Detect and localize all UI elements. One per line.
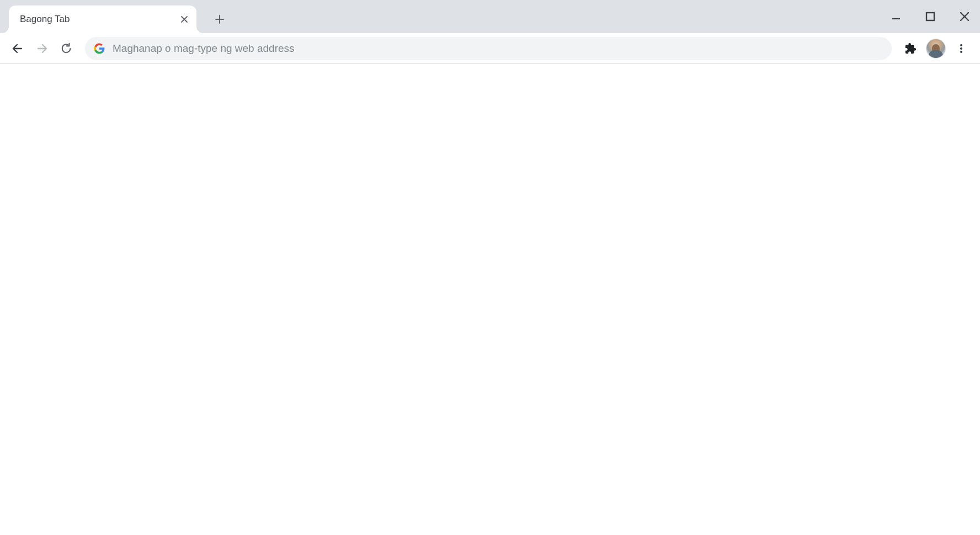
close-window-button[interactable] — [955, 7, 974, 26]
close-icon — [180, 15, 189, 24]
svg-rect-0 — [926, 13, 934, 20]
omnibox[interactable] — [85, 37, 892, 60]
forward-button[interactable] — [31, 38, 53, 60]
maximize-window-button[interactable] — [920, 7, 940, 26]
minimize-window-button[interactable] — [886, 7, 906, 26]
profile-avatar[interactable] — [926, 39, 946, 58]
arrow-left-icon — [11, 42, 24, 55]
plus-icon — [214, 14, 225, 25]
extensions-button[interactable] — [899, 38, 922, 60]
reload-icon — [60, 42, 72, 55]
window-controls — [886, 0, 974, 33]
maximize-icon — [925, 11, 936, 22]
reload-button[interactable] — [55, 38, 77, 60]
page-content — [0, 64, 980, 535]
svg-point-3 — [960, 51, 962, 53]
tab-title: Bagong Tab — [20, 14, 70, 25]
close-icon — [958, 10, 971, 23]
svg-point-2 — [960, 47, 962, 50]
address-input[interactable] — [113, 42, 883, 55]
new-tab-button[interactable] — [210, 9, 230, 29]
close-tab-button[interactable] — [178, 13, 191, 26]
extensions-icon — [904, 42, 917, 55]
google-icon — [94, 43, 105, 54]
active-tab[interactable]: Bagong Tab — [9, 6, 196, 33]
back-button[interactable] — [7, 38, 29, 60]
tab-strip: Bagong Tab — [0, 0, 980, 33]
svg-point-1 — [960, 44, 962, 46]
toolbar-right — [899, 38, 973, 60]
arrow-right-icon — [35, 42, 49, 55]
minimize-icon — [891, 11, 902, 22]
toolbar — [0, 33, 980, 64]
chrome-menu-button[interactable] — [950, 38, 972, 60]
more-vertical-icon — [956, 43, 967, 54]
